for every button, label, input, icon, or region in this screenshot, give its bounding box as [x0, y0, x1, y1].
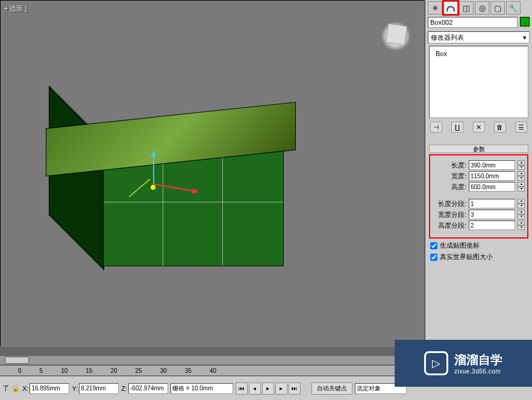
wsegs-input[interactable]: 3: [469, 210, 515, 219]
lsegs-spinner[interactable]: ▴▾: [518, 199, 525, 208]
tick-5: 5: [40, 367, 43, 374]
real-world-label: 真实世界贴图大小: [440, 252, 493, 261]
lock-icon[interactable]: 🔒: [11, 384, 20, 392]
z-label: Z:: [121, 385, 127, 392]
viewport-inner[interactable]: + 边面 ]: [1, 1, 424, 347]
real-world-checkbox[interactable]: [430, 254, 437, 261]
x-label: X:: [22, 385, 28, 392]
z-coord-input[interactable]: -602.974mm: [128, 383, 168, 394]
grid-display: 栅格 = 10.0mm: [171, 383, 233, 394]
timeline-slider[interactable]: [0, 355, 424, 365]
goto-end-button[interactable]: ⏭: [289, 383, 301, 395]
object-name-input[interactable]: [428, 17, 518, 28]
utilities-tab[interactable]: 🔧: [506, 1, 521, 14]
trackbar[interactable]: 0 5 10 15 20 25 30 35 40: [0, 366, 424, 375]
watermark-logo-icon: ▷: [424, 351, 448, 375]
hsegs-input[interactable]: 2: [469, 220, 515, 230]
gen-uv-checkbox[interactable]: [430, 242, 437, 249]
hsegs-spinner[interactable]: ▴▾: [518, 220, 525, 230]
next-frame-button[interactable]: ▸: [275, 383, 287, 395]
params-rollout-title[interactable]: 参数: [429, 145, 528, 153]
modify-icon: [446, 3, 455, 13]
y-label: Y:: [72, 385, 78, 392]
autokey-button[interactable]: 自动关键点: [311, 383, 352, 395]
y-coord-input[interactable]: 8.219mm: [79, 383, 119, 394]
tick-25: 25: [136, 367, 142, 374]
height-input[interactable]: 600.0mm: [469, 182, 515, 192]
show-end-result-button[interactable]: ∐: [451, 122, 463, 133]
width-label: 宽度:: [433, 172, 466, 181]
tick-10: 10: [61, 367, 67, 374]
display-tab[interactable]: ▢: [490, 1, 505, 14]
wsegs-spinner[interactable]: ▴▾: [518, 210, 525, 219]
playback-controls: ⏮ ◂ ▸ ▸ ⏭: [236, 383, 301, 395]
prev-frame-button[interactable]: ◂: [249, 383, 261, 395]
tick-0: 0: [18, 367, 22, 374]
remove-modifier-button[interactable]: 🗑: [494, 122, 506, 133]
viewcube[interactable]: [378, 19, 413, 54]
watermark-overlay: ▷ 溜溜自学 zixue.3d66.com: [395, 340, 532, 387]
tick-30: 30: [160, 367, 167, 374]
tick-40: 40: [210, 367, 216, 374]
x-coord-input[interactable]: 16.895mm: [30, 383, 69, 394]
lsegs-input[interactable]: 1: [469, 199, 515, 208]
box-side-face: [49, 86, 104, 270]
modifier-stack-item[interactable]: Box: [432, 49, 525, 58]
time-slider-thumb[interactable]: [5, 357, 29, 364]
modify-tab[interactable]: [443, 1, 458, 14]
command-panel-tabs: ✳ ◫ ◎ ▢ 🔧: [425, 0, 532, 16]
hsegs-label: 高度分段:: [433, 221, 466, 230]
goto-start-button[interactable]: ⏮: [236, 383, 248, 395]
height-label: 高度:: [433, 183, 466, 192]
modifier-dropdown-label: 修改器列表: [431, 33, 464, 42]
width-spinner[interactable]: ▴▾: [518, 171, 525, 181]
parameters-rollout: 长度: 390.0mm ▴▾ 宽度: 1150.0mm ▴▾ 高度: 600.0…: [429, 154, 528, 239]
wsegs-label: 宽度分段:: [433, 210, 466, 219]
viewport[interactable]: + 边面 ]: [0, 0, 424, 346]
lsegs-label: 长度分段:: [433, 199, 466, 208]
create-tab[interactable]: ✳: [428, 1, 442, 14]
configure-sets-button[interactable]: ☰: [515, 122, 527, 133]
motion-tab[interactable]: ◎: [475, 1, 489, 14]
chevron-down-icon: ▾: [523, 34, 527, 42]
watermark-title: 溜溜自学: [454, 352, 502, 368]
tick-35: 35: [185, 367, 192, 374]
object-color-swatch[interactable]: [520, 17, 530, 27]
modifier-stack-tools: ⊣ ∐ ✕ 🗑 ☰: [425, 119, 532, 135]
gizmo-z-axis[interactable]: [153, 151, 154, 187]
width-input[interactable]: 1150.0mm: [469, 171, 515, 181]
make-unique-button[interactable]: ✕: [473, 122, 485, 133]
watermark-url: zixue.3d66.com: [454, 368, 502, 375]
hierarchy-tab[interactable]: ◫: [459, 1, 474, 14]
play-button[interactable]: ▸: [262, 383, 274, 395]
length-input[interactable]: 390.0mm: [469, 160, 515, 170]
prompt-label: 了: [2, 384, 9, 393]
length-spinner[interactable]: ▴▾: [518, 160, 525, 170]
length-label: 长度:: [433, 161, 466, 170]
gen-uv-label: 生成贴图坐标: [440, 241, 480, 250]
pin-stack-button[interactable]: ⊣: [430, 122, 442, 133]
tick-15: 15: [86, 367, 92, 374]
tick-20: 20: [110, 367, 117, 374]
modifier-list-dropdown[interactable]: 修改器列表 ▾: [428, 31, 530, 43]
gizmo-origin[interactable]: [151, 185, 155, 190]
viewport-label[interactable]: + 边面 ]: [4, 4, 27, 13]
height-spinner[interactable]: ▴▾: [518, 182, 525, 192]
modifier-stack[interactable]: Box: [429, 46, 528, 118]
